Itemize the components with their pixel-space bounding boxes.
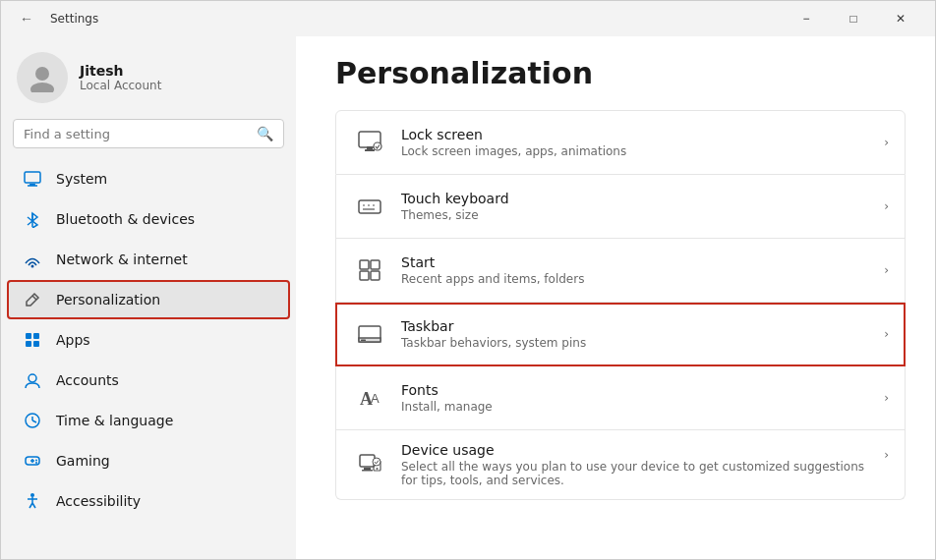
profile-info: Jitesh Local Account [80, 63, 161, 92]
titlebar-left: ← Settings [13, 5, 98, 32]
start-desc: Recent apps and items, folders [401, 272, 884, 286]
lock-screen-name: Lock screen [401, 127, 884, 142]
svg-point-48 [377, 468, 379, 470]
svg-point-1 [30, 83, 54, 92]
svg-line-7 [32, 296, 36, 300]
start-text: Start Recent apps and items, folders [401, 254, 884, 286]
sidebar-item-bluetooth[interactable]: Bluetooth & devices [7, 199, 290, 239]
window: ← Settings − □ ✕ Jitesh Local Accou [0, 0, 936, 560]
search-input[interactable] [24, 127, 249, 141]
svg-point-21 [30, 493, 34, 497]
touch-keyboard-text: Touch keyboard Themes, size [401, 191, 884, 222]
fonts-icon: A A [352, 380, 387, 416]
svg-rect-8 [26, 333, 31, 339]
accessibility-icon [23, 491, 42, 511]
lock-screen-text: Lock screen Lock screen images, apps, an… [401, 127, 884, 158]
gaming-icon [23, 451, 42, 471]
maximize-button[interactable]: □ [831, 3, 876, 34]
sidebar-item-accessibility[interactable]: Accessibility [7, 481, 290, 521]
start-name: Start [401, 254, 884, 270]
sidebar-item-apps[interactable]: Apps [7, 320, 290, 360]
svg-point-0 [35, 67, 49, 81]
device-usage-name: Device usage [401, 442, 884, 458]
personalization-icon [23, 290, 42, 309]
search-icon: 🔍 [257, 126, 273, 141]
fonts-desc: Install, manage [401, 400, 884, 414]
titlebar-title: Settings [50, 12, 98, 26]
device-usage-icon [352, 446, 387, 481]
settings-item-start[interactable]: Start Recent apps and items, folders › [335, 239, 906, 303]
device-usage-text: Device usage Select all the ways you pla… [401, 442, 884, 487]
taskbar-icon [352, 316, 387, 352]
search-box[interactable]: 🔍 [13, 119, 284, 148]
touch-keyboard-icon [352, 189, 387, 224]
sidebar-item-accounts[interactable]: Accounts [7, 361, 290, 400]
minimize-button[interactable]: − [784, 3, 829, 34]
sidebar-item-gaming[interactable]: Gaming [7, 441, 290, 480]
touch-keyboard-name: Touch keyboard [401, 191, 884, 206]
touch-keyboard-chevron: › [884, 199, 889, 213]
sidebar-item-time-label: Time & language [56, 413, 173, 428]
svg-rect-45 [364, 468, 371, 470]
taskbar-desc: Taskbar behaviors, system pins [401, 336, 884, 350]
svg-rect-30 [359, 200, 380, 213]
start-icon [352, 252, 387, 288]
system-icon [23, 169, 42, 189]
lock-screen-chevron: › [884, 136, 889, 149]
settings-item-taskbar[interactable]: Taskbar Taskbar behaviors, system pins › [335, 303, 906, 366]
sidebar-item-system-label: System [56, 171, 107, 187]
svg-rect-46 [362, 470, 373, 472]
sidebar-item-accounts-label: Accounts [56, 372, 119, 388]
svg-point-20 [35, 462, 37, 464]
device-usage-desc: Select all the ways you plan to use your… [401, 460, 884, 487]
start-chevron: › [884, 263, 889, 277]
svg-rect-2 [25, 172, 40, 183]
svg-rect-41 [361, 340, 366, 342]
svg-point-12 [29, 374, 36, 382]
device-usage-chevron: › [884, 448, 889, 462]
svg-rect-35 [360, 260, 369, 269]
sidebar-item-network[interactable]: Network & internet [7, 240, 290, 279]
avatar [17, 52, 68, 103]
svg-text:A: A [371, 391, 380, 406]
touch-keyboard-desc: Themes, size [401, 208, 884, 222]
sidebar-item-time[interactable]: Time & language [7, 401, 290, 440]
sidebar-item-network-label: Network & internet [56, 252, 188, 267]
close-button[interactable]: ✕ [878, 3, 923, 34]
svg-point-19 [35, 460, 37, 462]
fonts-chevron: › [884, 391, 889, 405]
svg-line-15 [32, 420, 36, 422]
svg-point-49 [373, 458, 380, 466]
svg-rect-37 [360, 271, 369, 280]
settings-list: Lock screen Lock screen images, apps, an… [335, 110, 906, 500]
svg-rect-10 [26, 341, 31, 347]
sidebar-item-apps-label: Apps [56, 332, 90, 348]
settings-item-touch-keyboard[interactable]: Touch keyboard Themes, size › [335, 175, 906, 239]
sidebar: Jitesh Local Account 🔍 [1, 36, 296, 559]
sidebar-item-system[interactable]: System [7, 159, 290, 198]
sidebar-item-personalization[interactable]: Personalization [7, 280, 290, 319]
profile-account-type: Local Account [80, 79, 161, 92]
network-icon [23, 250, 42, 269]
lock-screen-icon [352, 125, 387, 160]
taskbar-name: Taskbar [401, 318, 884, 334]
sidebar-item-gaming-label: Gaming [56, 453, 110, 469]
svg-rect-9 [33, 333, 39, 339]
sidebar-item-bluetooth-label: Bluetooth & devices [56, 211, 195, 227]
profile-name: Jitesh [80, 63, 161, 79]
settings-item-device-usage[interactable]: Device usage Select all the ways you pla… [335, 430, 906, 500]
back-button[interactable]: ← [13, 5, 40, 32]
svg-line-25 [32, 503, 35, 508]
profile-section: Jitesh Local Account [1, 36, 296, 115]
svg-point-29 [374, 142, 381, 150]
settings-item-fonts[interactable]: A A Fonts Install, manage › [335, 366, 906, 430]
sidebar-item-personalization-label: Personalization [56, 292, 160, 308]
fonts-name: Fonts [401, 382, 884, 398]
svg-rect-36 [371, 260, 380, 269]
accounts-icon [23, 370, 42, 390]
svg-rect-28 [365, 149, 375, 151]
content-area: Jitesh Local Account 🔍 [1, 36, 935, 559]
taskbar-chevron: › [884, 327, 889, 341]
svg-line-24 [29, 503, 32, 508]
settings-item-lock-screen[interactable]: Lock screen Lock screen images, apps, an… [335, 110, 906, 175]
